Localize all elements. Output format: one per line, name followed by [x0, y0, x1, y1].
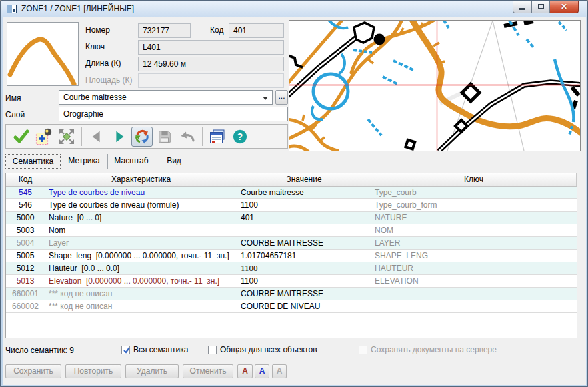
tab-view[interactable]: Вид: [155, 154, 193, 169]
toolbar-separator: [202, 127, 203, 146]
help-icon: ?: [232, 129, 248, 145]
cancel-button[interactable]: Отменить: [183, 364, 233, 378]
name-more-button[interactable]: ...: [275, 90, 288, 105]
help-button[interactable]: ?: [229, 127, 251, 147]
undo-button[interactable]: [177, 127, 198, 147]
row-characteristic: Hauteur [0.0 ... 0.0]: [45, 262, 237, 274]
name-combobox-value: Courbe maitresse: [63, 93, 127, 102]
row-code: 660002: [6, 300, 45, 312]
name-label: Имя: [5, 93, 21, 103]
number-field[interactable]: [138, 23, 191, 38]
layer-label: Слой: [5, 110, 25, 119]
row-code: 5013: [6, 275, 45, 287]
area-field: [138, 73, 284, 88]
column-header-key[interactable]: Ключ: [371, 173, 577, 186]
window-icon: [7, 5, 17, 13]
table-row[interactable]: 5013 Elevation [0.000000 ... 0.000000, т…: [6, 275, 577, 288]
row-characteristic: Layer: [45, 237, 237, 249]
row-code: 545: [6, 187, 45, 198]
save-floppy-icon: [157, 129, 173, 145]
row-key: Type_courb_form: [371, 199, 577, 211]
repeat-button[interactable]: Повторить: [65, 364, 121, 378]
name-combobox[interactable]: Courbe maitresse: [59, 90, 273, 105]
map-point-feature: [374, 34, 385, 45]
row-characteristic: Nom: [45, 224, 237, 236]
row-key: NATURE: [371, 212, 577, 224]
table-row[interactable]: 5000 Nature [0 ... 0] 401 NATURE: [6, 212, 577, 224]
all-semantics-checkbox[interactable]: Вся семантика: [121, 345, 188, 354]
tab-metrics[interactable]: Метрика: [61, 154, 108, 169]
object-toolbar: ?: [5, 124, 288, 149]
row-value[interactable]: 1.01704657181: [237, 250, 371, 262]
font-small-button[interactable]: А: [237, 364, 253, 378]
semantics-rows: 545 Type de courbes de niveau Courbe mai…: [6, 187, 577, 313]
length-label: Длина (К): [85, 59, 121, 68]
save-button[interactable]: [154, 127, 175, 147]
next-arrow-icon: [111, 129, 127, 145]
row-value[interactable]: Courbe maitresse: [237, 187, 371, 198]
table-row[interactable]: 545 Type de courbes de niveau Courbe mai…: [6, 187, 577, 199]
column-header-code[interactable]: Код: [6, 173, 45, 186]
row-characteristic: Shape_leng [0.000000 ... 0.000000, точн.…: [45, 250, 237, 262]
row-value[interactable]: 1100: [237, 275, 371, 287]
row-key: ELEVATION: [371, 275, 577, 287]
minimize-button[interactable]: [513, 1, 532, 13]
row-value[interactable]: 401: [237, 212, 371, 224]
column-header-value[interactable]: Значение: [237, 173, 371, 186]
map-canvas: [289, 21, 580, 151]
table-row[interactable]: 5004 Layer COURBE MAITRESSE LAYER: [6, 237, 577, 250]
object-form-button[interactable]: [207, 127, 228, 147]
row-key: [371, 288, 577, 300]
window-title: ZONE1 / ZONE1 [ЛИНЕЙНЫЕ]: [21, 4, 134, 13]
length-field[interactable]: [138, 57, 284, 71]
layer-field[interactable]: [59, 107, 288, 121]
map-selected-object: [411, 21, 580, 134]
row-value[interactable]: 1100: [237, 262, 371, 274]
row-value[interactable]: COURBE DE NIVEAU: [237, 300, 371, 312]
code-field[interactable]: [229, 23, 284, 38]
row-value[interactable]: COURBE MAITRESSE: [237, 288, 371, 300]
chevron-down-icon[interactable]: [263, 97, 268, 100]
font-large-button[interactable]: А: [272, 364, 287, 378]
accept-button[interactable]: [11, 127, 32, 147]
checkbox-box: [359, 346, 367, 354]
dialog-client-area: Номер Код Ключ Длина (К) Площадь (К) Имя…: [3, 17, 586, 385]
row-value[interactable]: [237, 224, 371, 236]
maximize-button[interactable]: [532, 1, 550, 13]
refresh-object-button[interactable]: [131, 127, 153, 147]
key-field[interactable]: [138, 40, 284, 55]
table-row[interactable]: 5005 Shape_leng [0.000000 ... 0.000000, …: [6, 250, 577, 262]
common-for-all-checkbox[interactable]: Общая для всех объектов: [208, 345, 317, 354]
close-button[interactable]: ✕: [550, 1, 579, 13]
object-form-icon: [209, 128, 226, 145]
table-row[interactable]: 546 Type de courbes de niveau (formule) …: [6, 199, 577, 212]
table-row[interactable]: 5003 Nom NOM: [6, 224, 577, 237]
previous-object-button[interactable]: [86, 127, 107, 147]
row-characteristic: Elevation [0.000000 ... 0.000000, точн.-…: [45, 275, 237, 287]
row-value[interactable]: 1100: [237, 199, 371, 211]
save-documents-server-checkbox: Сохранять документы на сервере: [359, 345, 497, 354]
row-value[interactable]: COURBE MAITRESSE: [237, 237, 371, 249]
table-row[interactable]: 5012 Hauteur [0.0 ... 0.0] 1100 HAUTEUR: [6, 262, 577, 275]
row-key: [371, 300, 577, 312]
delete-button[interactable]: Удалить: [125, 364, 179, 378]
object-properties-window: ZONE1 / ZONE1 [ЛИНЕЙНЫЕ] ✕ Номер Код Клю…: [0, 0, 588, 387]
next-object-button[interactable]: [109, 127, 130, 147]
save-semantics-button[interactable]: Сохранить: [5, 364, 61, 378]
map-preview[interactable]: [289, 20, 581, 151]
tab-semantics[interactable]: Семантика: [5, 154, 61, 169]
column-header-characteristic[interactable]: Характеристика: [45, 173, 237, 186]
table-row[interactable]: 660002 *** код не описан COURBE DE NIVEA…: [6, 300, 577, 313]
refresh-icon: [134, 129, 150, 145]
add-object-button[interactable]: [33, 127, 55, 147]
toolbar-separator: [81, 127, 82, 146]
code-label: Код: [210, 25, 223, 35]
font-medium-button[interactable]: А: [255, 364, 269, 378]
accept-check-icon: [13, 128, 30, 145]
fit-extents-button[interactable]: [56, 127, 77, 147]
table-row[interactable]: 660001 *** код не описан COURBE MAITRESS…: [6, 288, 577, 300]
row-code: 5004: [6, 237, 45, 249]
row-key: LAYER: [371, 237, 577, 249]
close-icon: ✕: [561, 2, 567, 11]
tab-scale[interactable]: Масштаб: [108, 154, 155, 169]
